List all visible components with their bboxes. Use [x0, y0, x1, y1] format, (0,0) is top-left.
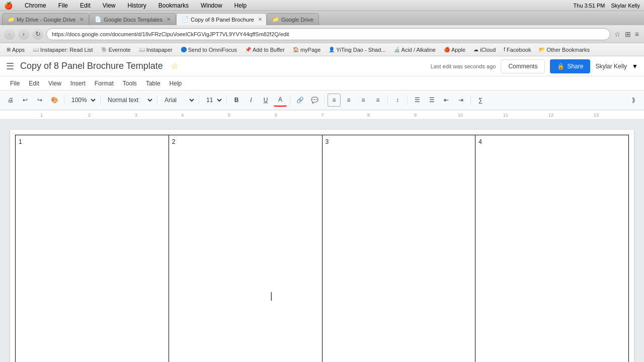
tab-3-close[interactable]: ✕: [258, 17, 262, 22]
forward-button[interactable]: ›: [18, 29, 29, 40]
bookmarks-menu[interactable]: Bookmarks: [156, 2, 191, 9]
apple-menu[interactable]: 🍎: [4, 2, 13, 10]
bookmark-other[interactable]: 📂 Other Bookmarks: [536, 46, 592, 54]
comment-button[interactable]: 💬: [308, 94, 321, 107]
table-cell-1[interactable]: 1: [16, 135, 169, 363]
doc-area[interactable]: 1 2 | 3 4: [0, 120, 644, 362]
list-numbered-button[interactable]: ☰: [425, 94, 438, 107]
undo-button[interactable]: ↩: [19, 94, 32, 107]
ruler-mark-6: 6: [275, 113, 277, 118]
menu-tools[interactable]: Tools: [119, 78, 141, 88]
print-button[interactable]: 🖨: [4, 94, 17, 107]
share-button[interactable]: 🔒 Share: [550, 59, 590, 73]
menu-view[interactable]: View: [44, 78, 65, 88]
file-menu[interactable]: File: [56, 2, 70, 9]
chrome-menu-icon[interactable]: ≡: [634, 29, 640, 39]
ruler-content: 1 2 3 4 5 6 7 8 9 10 11 12 13: [0, 110, 644, 119]
extensions-icon[interactable]: ⊞: [624, 29, 632, 39]
bookmark-instapaper[interactable]: 📖 Instapaper: [136, 46, 175, 54]
bookmark-apps[interactable]: ⊞ Apps: [4, 46, 27, 54]
facebook-label: Facebook: [507, 47, 531, 53]
bookmark-buffer[interactable]: 📌 Add to Buffer: [243, 46, 287, 54]
bookmark-yiting[interactable]: 👤 YiTing Dao - Shad...: [326, 46, 388, 54]
separator-10: [470, 95, 471, 105]
user-dropdown-icon[interactable]: ▼: [632, 63, 638, 70]
edit-menu[interactable]: Edit: [78, 2, 93, 9]
bold-button[interactable]: B: [230, 94, 243, 107]
ruler-mark-2: 2: [88, 113, 91, 118]
text-color-button[interactable]: A: [274, 94, 287, 107]
tab-3[interactable]: 📄 Copy of 8 Panel Brochure ✕: [176, 13, 267, 25]
decrease-indent-button[interactable]: ⇤: [440, 94, 453, 107]
tab-1-close[interactable]: ✕: [79, 17, 84, 22]
history-menu[interactable]: History: [126, 2, 148, 9]
menu-help[interactable]: Help: [166, 78, 186, 88]
italic-button[interactable]: I: [245, 94, 258, 107]
list-bulleted-button[interactable]: ☰: [411, 94, 424, 107]
chrome-menu[interactable]: Chrome: [23, 2, 48, 9]
menu-table[interactable]: Table: [142, 78, 165, 88]
comments-button[interactable]: Comments: [501, 59, 545, 73]
help-menu[interactable]: Help: [232, 2, 249, 9]
table-cell-2[interactable]: 2 |: [169, 135, 322, 363]
bookmark-apple[interactable]: 🍎 Apple: [441, 46, 468, 54]
view-menu[interactable]: View: [101, 2, 118, 9]
style-select[interactable]: Normal text: [104, 94, 154, 107]
address-bar[interactable]: https://docs.google.com/document/d/18vFR…: [46, 28, 610, 40]
bookmark-star-icon[interactable]: ☆: [613, 29, 622, 39]
align-center-button[interactable]: ≡: [342, 94, 355, 107]
apps-favicon: ⊞: [7, 47, 11, 52]
paint-format-button[interactable]: 🎨: [48, 94, 61, 107]
menu-file[interactable]: File: [6, 78, 24, 88]
menu-format[interactable]: Format: [91, 78, 118, 88]
cell-3-number: 3: [326, 138, 329, 145]
zoom-select[interactable]: 100%: [67, 94, 97, 107]
bookmark-acid[interactable]: 🔬 Acid / Alkaline: [391, 46, 438, 54]
docs-star-icon[interactable]: ☆: [171, 61, 178, 71]
table-cell-3[interactable]: 3: [322, 135, 475, 363]
bookmark-mypage[interactable]: 🏠 myPage: [290, 46, 323, 54]
bookmark-omnifocus[interactable]: 🔵 Send to OmniFocus: [178, 46, 239, 54]
bookmark-evernote[interactable]: 🐘 Evernote: [99, 46, 133, 54]
bookmark-facebook[interactable]: f Facebook: [501, 46, 533, 54]
align-right-button[interactable]: ≡: [357, 94, 370, 107]
table-cell-4[interactable]: 4: [475, 135, 629, 363]
instapaper-read-label: Instapaper: Read List: [40, 47, 93, 53]
buffer-favicon: 📌: [245, 47, 251, 52]
doc-table: 1 2 | 3 4: [15, 135, 629, 362]
tab-4[interactable]: 📁 Google Drive: [267, 13, 319, 25]
bookmark-instapaper-read[interactable]: 📖 Instapaper: Read List: [30, 46, 96, 54]
redo-button[interactable]: ↪: [33, 94, 46, 107]
tab-3-favicon: 📄: [182, 16, 189, 23]
separator-3: [157, 95, 157, 105]
icloud-label: iCloud: [480, 47, 496, 53]
window-menu[interactable]: Window: [199, 2, 224, 9]
tab-1[interactable]: 📁 My Drive - Google Drive ✕: [2, 13, 89, 25]
user-display: Skylar Kelly: [611, 3, 640, 9]
buffer-label: Add to Buffer: [253, 47, 285, 53]
share-icon: 🔒: [557, 63, 565, 70]
align-left-button[interactable]: ≡: [328, 94, 341, 107]
increase-indent-button[interactable]: ⇥: [454, 94, 467, 107]
font-select[interactable]: Arial: [160, 94, 196, 107]
menu-insert[interactable]: Insert: [66, 78, 90, 88]
font-size-select[interactable]: 11: [202, 94, 223, 107]
menu-edit[interactable]: Edit: [25, 78, 43, 88]
tab-2-label: Google Docs Templates: [104, 17, 163, 23]
line-spacing-button[interactable]: ↕: [391, 94, 404, 107]
collapse-toolbar-button[interactable]: ⟫: [627, 94, 640, 107]
tab-2-close[interactable]: ✕: [167, 17, 171, 22]
link-button[interactable]: 🔗: [293, 94, 306, 107]
formula-button[interactable]: ∑: [474, 94, 487, 107]
tab-2[interactable]: 📄 Google Docs Templates ✕: [89, 13, 176, 25]
user-menu[interactable]: Skylar Kelly: [595, 63, 627, 70]
back-button[interactable]: ‹: [4, 29, 15, 40]
docs-app: ☰ Copy of 8 Panel Brochure Template ☆ La…: [0, 56, 644, 362]
separator-8: [387, 95, 388, 105]
docs-toolbar: 🖨 ↩ ↪ 🎨 100% Normal text Arial 11 B I U: [0, 90, 644, 110]
docs-hamburger-icon[interactable]: ☰: [6, 61, 14, 72]
underline-button[interactable]: U: [259, 94, 272, 107]
reload-button[interactable]: ↻: [32, 29, 43, 40]
bookmark-icloud[interactable]: ☁ iCloud: [471, 46, 498, 54]
align-justify-button[interactable]: ≡: [371, 94, 384, 107]
